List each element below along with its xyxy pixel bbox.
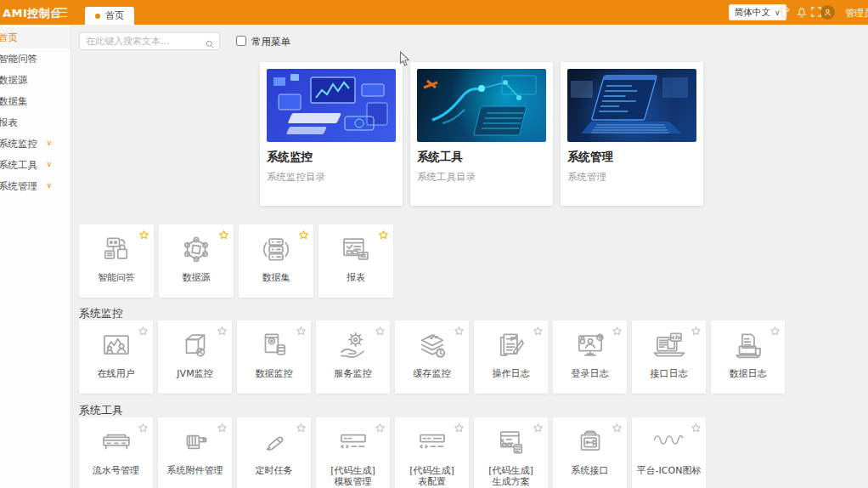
favorite-star-icon[interactable] xyxy=(218,228,229,239)
menu-card-label: 数据日志 xyxy=(713,368,783,379)
sidebar: 首页 智能问答 数据源 数据集 报表 系统监控∨ 系统工具∨ 系统管理∨ xyxy=(0,25,71,488)
menu-card-attachment-manage[interactable]: 系统附件管理 xyxy=(158,417,232,488)
favorite-star-icon[interactable] xyxy=(375,324,386,335)
favorite-star-icon[interactable] xyxy=(533,421,544,432)
sidebar-item-system-admin[interactable]: 系统管理∨ xyxy=(0,176,70,197)
menu-card-scheduled-task[interactable]: 定时任务 xyxy=(237,417,311,488)
featured-card-system-monitor[interactable]: 系统监控 系统监控目录 xyxy=(260,62,403,206)
service-monitor-icon xyxy=(335,330,371,364)
favorite-star-icon[interactable] xyxy=(138,228,149,239)
system-monitor-image xyxy=(267,69,396,142)
data-monitor-icon xyxy=(256,330,292,364)
menu-card-api-log[interactable]: 接口日志 xyxy=(632,321,706,394)
featured-card-subtitle: 系统管理 xyxy=(567,171,696,184)
system-tools-row: 流水号管理 系统附件管理 定时任务 [代码生成] 模板管理 xyxy=(79,417,706,488)
smart-qa-icon xyxy=(99,234,134,268)
favorite-star-icon[interactable] xyxy=(769,324,781,335)
system-tools-image xyxy=(417,69,546,142)
notification-bell-icon[interactable] xyxy=(795,5,809,19)
favorite-star-icon[interactable] xyxy=(217,421,228,432)
codegen-table-icon xyxy=(414,427,450,461)
menu-card-cache-monitor[interactable]: 缓存监控 xyxy=(395,321,469,394)
favorite-star-icon[interactable] xyxy=(296,421,307,432)
language-value: 简体中文 xyxy=(735,7,770,19)
menu-toggle-icon[interactable] xyxy=(56,8,67,17)
favorite-star-icon[interactable] xyxy=(217,324,228,335)
chevron-down-icon: ∨ xyxy=(46,160,52,168)
favorite-star-icon[interactable] xyxy=(454,324,465,335)
favorite-star-icon[interactable] xyxy=(298,228,309,239)
sidebar-item-system-tools[interactable]: 系统工具∨ xyxy=(0,155,70,176)
menu-card-datasource[interactable]: 数据源 xyxy=(159,224,234,298)
favorite-star-icon[interactable] xyxy=(533,324,544,335)
sidebar-item-smart-qa[interactable]: 智能问答 xyxy=(0,48,70,70)
menu-card-label: [代码生成] xyxy=(476,465,546,476)
sidebar-item-dataset[interactable]: 数据集 xyxy=(0,91,70,112)
favorite-star-icon[interactable] xyxy=(375,421,386,432)
menu-card-label: 数据源 xyxy=(161,272,232,283)
favorite-star-icon[interactable] xyxy=(612,324,623,335)
favorites-checkbox[interactable] xyxy=(236,36,246,46)
menu-card-label: 定时任务 xyxy=(239,465,309,476)
favorite-star-icon[interactable] xyxy=(690,421,702,432)
chevron-down-icon: ∨ xyxy=(46,181,52,190)
favorite-star-icon[interactable] xyxy=(138,324,149,335)
menu-card-online-users[interactable]: 在线用户 xyxy=(79,321,153,394)
serial-number-icon xyxy=(99,427,134,461)
tab-home-label: 首页 xyxy=(105,9,124,22)
menu-card-service-monitor[interactable]: 服务监控 xyxy=(316,321,390,394)
tab-home[interactable]: 首页 xyxy=(85,7,134,25)
featured-card-system-admin[interactable]: 系统管理 系统管理 xyxy=(561,62,703,206)
quick-cards-row: 智能问答 数据源 数据集 报表 xyxy=(79,224,393,298)
menu-card-data-log[interactable]: 数据日志 xyxy=(711,321,785,394)
main-content: 常用菜单 xyxy=(72,25,868,488)
datasource-icon xyxy=(178,234,214,268)
username: 管理员 xyxy=(845,7,868,20)
theme-skin-icon[interactable] xyxy=(777,5,791,19)
menu-card-data-monitor[interactable]: 数据监控 xyxy=(237,321,311,394)
search-input[interactable] xyxy=(79,32,220,50)
featured-cards: 系统监控 系统监控目录 xyxy=(260,62,703,206)
sidebar-item-system-monitor[interactable]: 系统监控∨ xyxy=(0,133,70,155)
menu-card-codegen-plan[interactable]: [代码生成] 生成方案 xyxy=(474,417,548,488)
system-api-icon xyxy=(572,427,608,461)
menu-card-smart-qa[interactable]: 智能问答 xyxy=(79,224,154,298)
featured-card-subtitle: 系统工具目录 xyxy=(417,171,546,184)
menu-card-report[interactable]: 报表 xyxy=(318,224,393,298)
featured-card-title: 系统工具 xyxy=(417,150,546,165)
favorite-star-icon[interactable] xyxy=(378,228,389,239)
sidebar-item-report[interactable]: 报表 xyxy=(0,112,70,133)
menu-card-platform-icons[interactable]: 平台-ICON图标 xyxy=(632,417,706,488)
menu-card-jvm-monitor[interactable]: JVM监控 xyxy=(158,321,232,394)
favorite-star-icon[interactable] xyxy=(296,324,307,335)
menu-card-label: 数据集 xyxy=(240,272,312,283)
menu-card-label: 系统接口 xyxy=(555,465,625,476)
favorite-star-icon[interactable] xyxy=(138,421,149,432)
menu-card-label: 登录日志 xyxy=(555,368,625,379)
user-avatar[interactable] xyxy=(820,5,835,20)
menu-card-label: [代码生成] xyxy=(397,465,467,476)
sidebar-item-datasource[interactable]: 数据源 xyxy=(0,70,70,91)
menu-card-dataset[interactable]: 数据集 xyxy=(239,224,313,298)
menu-card-label: 智能问答 xyxy=(81,272,152,283)
login-log-icon xyxy=(572,330,608,364)
favorite-star-icon[interactable] xyxy=(690,324,702,335)
scheduled-task-icon xyxy=(256,427,292,461)
sidebar-item-home[interactable]: 首页 xyxy=(0,27,70,48)
menu-card-login-log[interactable]: 登录日志 xyxy=(553,321,627,394)
featured-card-title: 系统管理 xyxy=(567,150,696,165)
platform-icons-icon xyxy=(651,431,687,465)
menu-card-operation-log[interactable]: 操作日志 xyxy=(474,321,548,394)
menu-card-label: 系统附件管理 xyxy=(160,465,230,476)
menu-card-system-api[interactable]: 系统接口 xyxy=(553,417,627,488)
codegen-template-icon xyxy=(335,427,371,461)
menu-card-codegen-table[interactable]: [代码生成] 表配置 xyxy=(395,417,469,488)
favorite-star-icon[interactable] xyxy=(612,421,623,432)
menu-card-label: 在线用户 xyxy=(81,368,151,379)
featured-card-system-tools[interactable]: 系统工具 系统工具目录 xyxy=(410,62,553,206)
report-icon xyxy=(338,234,374,268)
menu-card-serial-number[interactable]: 流水号管理 xyxy=(79,417,153,488)
menu-card-codegen-template[interactable]: [代码生成] 模板管理 xyxy=(316,417,390,488)
favorite-star-icon[interactable] xyxy=(454,421,465,432)
app-title: AMI控制台 xyxy=(3,6,62,21)
